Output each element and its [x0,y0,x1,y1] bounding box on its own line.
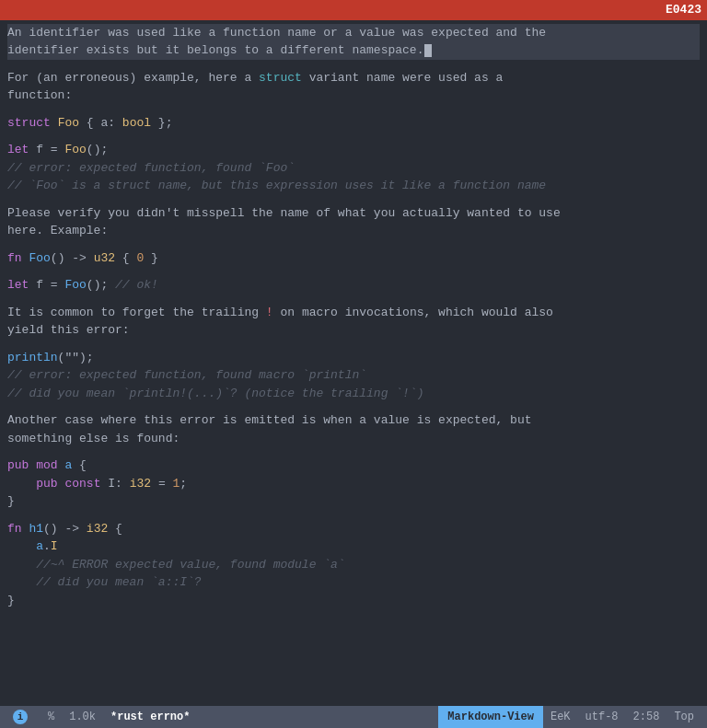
line-9: Another case where this error is emitted… [7,411,700,430]
line-count: 1.0k [69,709,96,725]
info-icon: i [13,710,28,724]
code-line-15: //~^ ERROR expected value, found module … [7,556,700,574]
blank-1 [7,60,700,69]
statusbar-percent: % [41,706,62,728]
line-1: An identifier was used like a function n… [7,24,700,42]
line-6: here. Example: [7,222,700,240]
code-line-9: // did you mean `println!(...)`? (notice… [7,385,700,403]
blank-3 [7,132,700,141]
percent-sign: % [48,709,54,725]
blank-4 [7,195,700,204]
statusbar-position: 2:58 [626,706,667,728]
key-binding: EeK [551,709,571,725]
code-line-2: let f = Foo(); [7,141,700,159]
code-line-12: } [7,492,700,511]
statusbar: i % 1.0k *rust errno* Markdown-View EeK … [0,706,707,728]
encoding-label: utf-8 [585,709,619,725]
error-code-text: E0423 [666,3,701,17]
code-line-16: // did you mean `a::I`? [7,573,700,592]
statusbar-keys: EeK [543,706,578,728]
line-7: It is common to forget the trailing ! on… [7,304,700,322]
blank-7 [7,295,700,304]
code-line-11: pub const I: i32 = 1; [7,475,700,493]
line-8: yield this error: [7,321,700,340]
blank-5 [7,240,700,249]
blank-10 [7,447,700,456]
filename-label: *rust errno* [110,709,190,725]
blank-9 [7,402,700,411]
statusbar-info-icon: i [6,706,41,728]
line-4: function: [7,87,700,105]
blank-11 [7,511,700,520]
blank-8 [7,340,700,349]
statusbar-lines: 1.0k [62,706,103,728]
content-area: An identifier was used like a function n… [0,20,707,707]
code-line-14: a.I [7,537,700,556]
code-line-4: // `Foo` is a struct name, but this expr… [7,177,700,195]
line-5: Please verify you didn't misspell the na… [7,204,700,223]
line-2: identifier exists but it belongs to a di… [7,41,700,60]
line-10: something else is found: [7,430,700,448]
mode-label: Markdown-View [447,709,534,725]
code-line-17: } [7,592,700,610]
error-code: E0423 [0,0,707,20]
statusbar-encoding: utf-8 [578,706,626,728]
code-line-3: // error: expected function, found `Foo` [7,159,700,178]
code-line-7: println(""); [7,349,700,367]
cursor-position: 2:58 [633,709,660,725]
scroll-position: Top [674,709,694,725]
code-line-5: fn Foo() -> u32 { 0 } [7,249,700,268]
statusbar-filename: *rust errno* [103,706,197,728]
blank-6 [7,267,700,276]
code-line-10: pub mod a { [7,456,700,475]
blank-2 [7,105,700,114]
code-line-8: // error: expected function, found macro… [7,366,700,385]
code-line-13: fn h1() -> i32 { [7,520,700,538]
code-line-1: struct Foo { a: bool }; [7,114,700,133]
code-line-6: let f = Foo(); // ok! [7,276,700,295]
line-3: For (an erroneous) example, here a struc… [7,69,700,87]
statusbar-mode: Markdown-View [438,706,543,728]
statusbar-scroll: Top [666,706,701,728]
